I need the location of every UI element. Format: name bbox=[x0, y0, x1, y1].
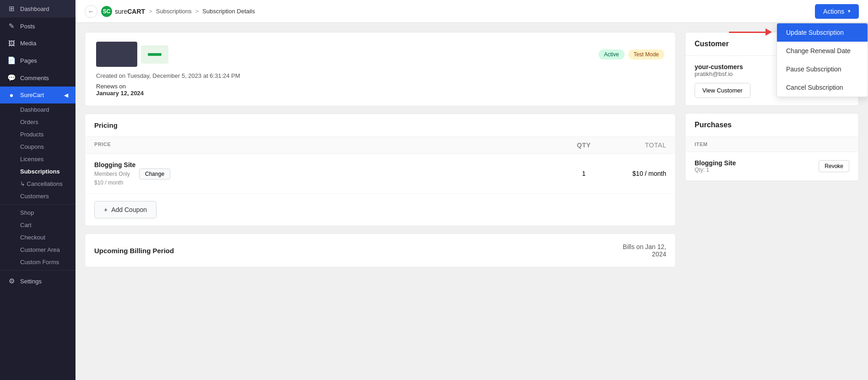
revoke-button[interactable]: Revoke bbox=[819, 160, 849, 172]
pages-icon: 📄 bbox=[7, 56, 16, 65]
pricing-total: $10 / month bbox=[607, 170, 666, 177]
sidebar-item-sc-licenses[interactable]: Licenses bbox=[20, 153, 75, 165]
sidebar-item-sc-dashboard[interactable]: Dashboard bbox=[20, 103, 75, 116]
breadcrumb-current: Subscription Details bbox=[202, 8, 255, 15]
purchases-card-header: Purchases bbox=[685, 114, 858, 137]
status-badge-active: Active bbox=[598, 49, 625, 60]
billing-date: Bills on Jan 12,2024 bbox=[623, 243, 666, 258]
col-qty-header: QTY bbox=[561, 141, 607, 149]
breadcrumb-link-subscriptions[interactable]: Subscriptions bbox=[156, 8, 192, 15]
dropdown-item-update-subscription[interactable]: Update Subscription bbox=[777, 23, 868, 42]
billing-label: Upcoming Billing Period bbox=[94, 247, 174, 255]
sidebar-item-sc-products[interactable]: Products bbox=[20, 128, 75, 141]
sidebar-item-pages[interactable]: 📄 Pages bbox=[0, 52, 75, 69]
posts-icon: ✎ bbox=[7, 22, 16, 30]
sidebar-item-sc-coupons[interactable]: Coupons bbox=[20, 141, 75, 153]
breadcrumb: ← SC sureCART > Subscriptions > Subscrip… bbox=[85, 5, 255, 18]
arrow-pointer bbox=[729, 28, 772, 36]
surecart-logo: SC sureCART bbox=[101, 6, 145, 17]
subscription-main-image bbox=[96, 42, 137, 67]
surecart-chevron-icon: ◀ bbox=[64, 92, 68, 98]
subscription-created-date: Created on Tuesday, December 5, 2023 at … bbox=[96, 72, 664, 79]
product-name: Blogging Site bbox=[94, 161, 561, 168]
sidebar-item-sc-shop[interactable]: Shop bbox=[20, 206, 75, 219]
subscription-badges: Active Test Mode bbox=[598, 49, 664, 60]
shop-subnav: Shop Cart Checkout Customer Area Custom … bbox=[0, 206, 75, 268]
back-button[interactable]: ← bbox=[85, 5, 97, 18]
pricing-card: Pricing PRICE QTY TOTAL Blogging Site Me… bbox=[85, 114, 676, 226]
arrow-head bbox=[766, 28, 772, 36]
sidebar-item-sc-orders[interactable]: Orders bbox=[20, 116, 75, 128]
pricing-table-header: PRICE QTY TOTAL bbox=[85, 137, 675, 154]
settings-icon: ⚙ bbox=[7, 277, 16, 285]
sidebar-item-comments[interactable]: 💬 Comments bbox=[0, 69, 75, 87]
add-coupon-row: + Add Coupon bbox=[85, 194, 675, 226]
view-customer-button[interactable]: View Customer bbox=[695, 83, 750, 98]
subscription-secondary-image bbox=[141, 45, 168, 64]
sidebar-item-dashboard[interactable]: ⊞ Dashboard bbox=[0, 0, 75, 17]
dropdown-item-change-renewal-date[interactable]: Change Renewal Date bbox=[777, 42, 868, 60]
status-badge-test: Test Mode bbox=[628, 49, 664, 60]
purchase-product-info: Blogging Site Qty: 1 bbox=[695, 159, 736, 173]
surecart-icon: ● bbox=[7, 91, 16, 99]
subscription-images bbox=[96, 42, 168, 67]
pricing-qty: 1 bbox=[561, 170, 607, 177]
pricing-row: Blogging Site Members Only Change $10 / … bbox=[85, 154, 675, 194]
dropdown-item-pause-subscription[interactable]: Pause Subscription bbox=[777, 60, 868, 78]
actions-chevron-icon: ▾ bbox=[848, 8, 851, 14]
main-panel: Active Test Mode Created on Tuesday, Dec… bbox=[85, 32, 676, 371]
actions-dropdown: Update Subscription Change Renewal Date … bbox=[776, 23, 868, 97]
sidebar-item-sc-customers[interactable]: Customers bbox=[20, 190, 75, 202]
col-total-header: TOTAL bbox=[607, 141, 666, 149]
col-price-header: PRICE bbox=[94, 141, 561, 149]
sidebar: ⊞ Dashboard ✎ Posts 🖼 Media 📄 Pages 💬 Co… bbox=[0, 0, 75, 380]
add-coupon-button[interactable]: + Add Coupon bbox=[94, 201, 156, 218]
breadcrumb-sep2: > bbox=[195, 8, 199, 15]
media-icon: 🖼 bbox=[7, 39, 16, 47]
content-area: Active Test Mode Created on Tuesday, Dec… bbox=[75, 23, 868, 380]
sidebar-item-surecart[interactable]: ● SureCart ◀ bbox=[0, 87, 75, 103]
sidebar-item-sc-checkout[interactable]: Checkout bbox=[20, 231, 75, 244]
dashboard-icon: ⊞ bbox=[7, 5, 16, 13]
sidebar-item-sc-cart[interactable]: Cart bbox=[20, 219, 75, 231]
purchases-table-header: ITEM bbox=[685, 137, 858, 152]
main-area: ← SC sureCART > Subscriptions > Subscrip… bbox=[75, 0, 868, 380]
product-sub2: $10 / month bbox=[94, 179, 561, 186]
add-coupon-icon: + bbox=[104, 206, 108, 213]
sidebar-item-sc-subscriptions[interactable]: Subscriptions bbox=[20, 165, 75, 178]
logo-icon: SC bbox=[101, 6, 112, 17]
purchase-qty: Qty: 1 bbox=[695, 167, 736, 173]
dropdown-item-cancel-subscription[interactable]: Cancel Subscription bbox=[777, 78, 868, 97]
surecart-subnav: Dashboard Orders Products Coupons Licens… bbox=[0, 103, 75, 202]
subscription-renews: Renews on January 12, 2024 bbox=[96, 83, 664, 97]
subscription-header-card: Active Test Mode Created on Tuesday, Dec… bbox=[85, 32, 676, 106]
arrow-line bbox=[729, 32, 766, 33]
sidebar-item-media[interactable]: 🖼 Media bbox=[0, 35, 75, 52]
purchases-card: Purchases ITEM Blogging Site Qty: 1 Revo… bbox=[685, 113, 859, 181]
change-price-button[interactable]: Change bbox=[139, 168, 170, 179]
pricing-header: Pricing bbox=[85, 114, 675, 137]
sidebar-item-sc-custom-forms[interactable]: Custom Forms bbox=[20, 256, 75, 268]
comments-icon: 💬 bbox=[7, 74, 16, 82]
billing-card: Upcoming Billing Period Bills on Jan 12,… bbox=[85, 233, 676, 267]
sidebar-item-sc-customer-area[interactable]: Customer Area bbox=[20, 244, 75, 256]
topbar: ← SC sureCART > Subscriptions > Subscrip… bbox=[75, 0, 868, 23]
product-sub1: Members Only bbox=[94, 171, 130, 177]
pricing-product-info: Blogging Site Members Only Change $10 / … bbox=[94, 161, 561, 186]
breadcrumb-sep1: > bbox=[149, 8, 152, 15]
sidebar-item-sc-cancellations[interactable]: ↳ Cancellations bbox=[20, 178, 75, 190]
billing-content: Upcoming Billing Period Bills on Jan 12,… bbox=[85, 234, 675, 267]
sidebar-item-settings[interactable]: ⚙ Settings bbox=[0, 272, 75, 290]
sidebar-item-posts[interactable]: ✎ Posts bbox=[0, 17, 75, 35]
purchase-row: Blogging Site Qty: 1 Revoke bbox=[685, 152, 858, 181]
actions-button[interactable]: Actions ▾ bbox=[815, 4, 859, 19]
logo-text: sureCART bbox=[115, 8, 145, 15]
purchase-product-name: Blogging Site bbox=[695, 159, 736, 167]
